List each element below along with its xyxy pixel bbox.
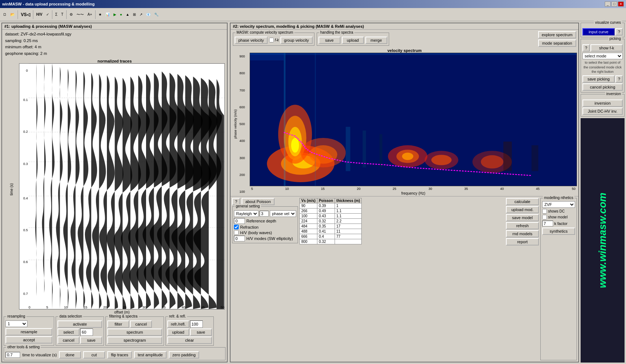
minimize-button[interactable]: _ [605, 1, 611, 7]
reference-depth-row: Reference depth [234, 218, 296, 224]
zero-padding-button[interactable]: zero padding [169, 351, 200, 359]
toolbar-chart[interactable]: 📊 [104, 11, 111, 18]
trace-plot-inner: 0 0.1 0.2 0.3 0.4 0.5 0.6 0.7 [19, 63, 225, 315]
other-tools-title: other tools & setting [6, 345, 41, 349]
show-model-checkbox[interactable] [542, 215, 547, 219]
maximize-button[interactable]: □ [611, 1, 617, 7]
selection-value[interactable] [80, 329, 93, 336]
cancel-selection-button[interactable]: cancel [57, 337, 79, 344]
close-button[interactable]: ✕ [618, 1, 624, 7]
toolbar-font[interactable]: A+ [86, 11, 94, 18]
rnd-models-button[interactable]: rnd models [506, 230, 539, 237]
toolbar-triangle[interactable]: ▲ [124, 11, 131, 18]
done-button[interactable]: done [59, 351, 81, 359]
hv-body-checkbox[interactable] [234, 230, 239, 235]
shows-dc-label[interactable]: shows DC [542, 209, 575, 214]
fk-label: f-k [275, 38, 279, 42]
trace-canvas-container: 0 0.1 0.2 0.3 0.4 0.5 0.6 0.7 [19, 63, 225, 309]
zvf-select[interactable]: ZVFZVRZVT [542, 201, 575, 208]
save-spectra-button[interactable]: save [318, 37, 340, 44]
picking-question-button[interactable]: ? [582, 44, 590, 52]
upload-refr-button[interactable]: upload [167, 329, 189, 336]
flip-traces-button[interactable]: flip traces [107, 351, 132, 359]
vs-cell: 100 [300, 214, 317, 219]
select-mode-dropdown[interactable]: select mode [582, 53, 623, 59]
upload-spectra-button[interactable]: upload [342, 37, 364, 44]
toolbar-sigma[interactable]: Σ [54, 11, 59, 18]
toolbar-hv[interactable]: H/V [35, 11, 44, 18]
group-velocity-button[interactable]: group velocity [280, 37, 313, 44]
calculate-button[interactable]: calculate [506, 198, 539, 205]
refraction-checkbox[interactable] [234, 225, 239, 229]
toolbar-t[interactable]: T [60, 11, 65, 18]
reference-depth-input[interactable] [234, 218, 245, 224]
toolbar-open[interactable]: 📂 [9, 11, 16, 18]
vs-header: Vs (m/s) [300, 198, 317, 203]
explore-spectrum-button[interactable]: explore spectrum [538, 31, 576, 38]
select-button[interactable]: select [57, 329, 79, 336]
hv-modes-input[interactable] [234, 236, 245, 241]
save-refr-button[interactable]: save [190, 329, 212, 336]
vis-question-button[interactable]: ? [615, 28, 623, 35]
resampling-dropdown[interactable]: 12 [5, 320, 27, 327]
filter-button[interactable]: filter [107, 320, 129, 328]
compute-type-select[interactable]: phase velgroup vel [270, 210, 296, 217]
refr-refl-value[interactable] [190, 320, 203, 328]
toolbar-grid[interactable]: ⊞ [131, 11, 137, 18]
input-curve-button[interactable]: input curve [582, 28, 615, 35]
refresh-button[interactable]: refresh [506, 222, 539, 229]
toolbar-settings[interactable]: ⚙ [68, 11, 74, 18]
joint-dc-hv-button[interactable]: Joint DC-HV inv. [582, 108, 623, 115]
time-visualize-input[interactable] [5, 352, 20, 358]
toolbar-vs[interactable]: VS◁ [19, 11, 31, 18]
cancel-picking-button[interactable]: cancel picking [582, 83, 623, 91]
activate-button[interactable]: activate [57, 320, 102, 328]
save-picking-button[interactable]: save picking [582, 75, 615, 83]
toolbar-key[interactable]: 🔧 [153, 11, 160, 18]
synthetics-button[interactable]: synthetics [542, 228, 575, 235]
toolbar-play[interactable]: ▶ [112, 11, 118, 18]
left-panel-title: #1: uploading & processing (MASW analyse… [2, 23, 227, 30]
y-axis-label: time (s) [10, 183, 14, 195]
modes-input[interactable] [260, 211, 269, 217]
clear-button[interactable]: clear [167, 337, 212, 344]
phase-velocity-button[interactable]: phase velocity [235, 37, 268, 44]
model-action-buttons: calculate upload mod. save model refresh… [506, 198, 539, 360]
other-tools-group: other tools & setting time to visualize … [4, 347, 226, 360]
mode-separation-button[interactable]: mode separation [538, 40, 576, 47]
thickness-cell: 1.1 [335, 209, 361, 214]
save-selection-button[interactable]: save [80, 337, 102, 344]
toolbar-wave[interactable]: 〜〜 [75, 11, 85, 18]
cut-button[interactable]: cut [83, 351, 105, 359]
window-controls[interactable]: _ □ ✕ [605, 1, 624, 7]
show-fk-button[interactable]: show f-k [590, 44, 623, 52]
resample-button[interactable]: resample [5, 328, 52, 335]
report-button[interactable]: report [506, 238, 539, 245]
fk-checkbox[interactable] [269, 38, 274, 42]
show-model-label[interactable]: show model [542, 215, 575, 219]
wave-type-select[interactable]: RayleighLove [234, 210, 258, 217]
picking-question2-button[interactable]: ? [615, 75, 623, 83]
test-amplitude-button[interactable]: test amplitude [134, 351, 166, 359]
toolbar-star[interactable]: ★ [97, 11, 103, 18]
k-factor-input[interactable] [542, 221, 553, 226]
spectrogram-button[interactable]: spectrogram [107, 337, 162, 344]
thickness-cell: 1 [335, 203, 361, 209]
picking-title: picking [608, 37, 622, 41]
inversion-button[interactable]: inversion [582, 100, 623, 107]
toolbar-new[interactable]: 🗋 [1, 11, 8, 18]
toolbar-export[interactable]: ↗ [138, 11, 144, 18]
fk-checkbox-label[interactable]: f-k [269, 38, 279, 42]
merge-button[interactable]: merge [365, 37, 387, 44]
shows-dc-checkbox[interactable] [542, 209, 547, 214]
spectrum-button[interactable]: spectrum [107, 329, 162, 336]
toolbar-check[interactable]: ✓ [45, 11, 51, 18]
inversion-title: inversion [605, 92, 622, 96]
upload-mod-button[interactable]: upload mod. [506, 206, 539, 213]
accept-button[interactable]: accept [5, 336, 52, 344]
refr-refl-button[interactable]: refr./refl. [167, 320, 189, 328]
toolbar-circle-green[interactable]: ● [119, 11, 124, 18]
save-model-button[interactable]: save model [506, 214, 539, 221]
toolbar-email[interactable]: 📧 [145, 11, 152, 18]
cancel-filter-button[interactable]: cancel [130, 320, 152, 328]
